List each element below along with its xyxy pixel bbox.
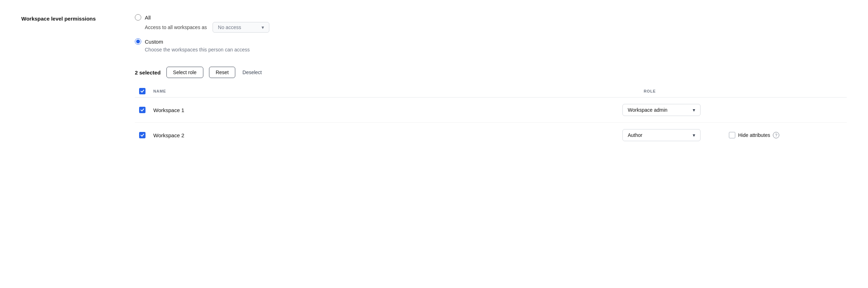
row-1-role-dropdown[interactable]: Workspace admin ▾ — [622, 104, 701, 116]
row-1-role-value: Workspace admin — [628, 107, 668, 113]
row-2-role: Author ▾ — [622, 129, 729, 141]
chevron-down-icon: ▾ — [262, 24, 264, 30]
radio-custom-input[interactable] — [135, 38, 141, 45]
workspace-table: NAME ROLE Workspace 1 Workspace admin — [135, 85, 847, 148]
access-row: Access to all workspaces as No access ▾ — [145, 22, 847, 33]
content-area: All Access to all workspaces as No acces… — [135, 14, 847, 148]
hide-attributes-container: Hide attributes ? — [729, 132, 779, 138]
deselect-button[interactable]: Deselect — [241, 67, 263, 78]
row-1-checkbox-container — [139, 107, 153, 113]
hide-attributes-checkbox[interactable] — [729, 132, 735, 138]
chevron-down-icon: ▾ — [693, 132, 695, 138]
select-role-button[interactable]: Select role — [166, 67, 203, 78]
reset-button[interactable]: Reset — [209, 67, 236, 78]
selected-count: 2 selected — [135, 70, 161, 76]
th-role: ROLE — [644, 89, 750, 93]
th-checkbox — [139, 88, 153, 94]
row-1-role: Workspace admin ▾ — [622, 104, 729, 116]
row-2-checkbox[interactable] — [139, 132, 145, 138]
row-2-checkbox-container — [139, 132, 153, 138]
section-label: Workspace level permissions — [21, 14, 135, 22]
radio-all-label: All — [145, 15, 151, 21]
table-header: NAME ROLE — [135, 85, 847, 98]
table-row: Workspace 2 Author ▾ Hide attributes ? — [135, 123, 847, 148]
radio-group: All Access to all workspaces as No acces… — [135, 14, 847, 52]
access-to-label: Access to all workspaces as — [145, 24, 207, 30]
row-1-name: Workspace 1 — [153, 107, 622, 113]
table-row: Workspace 1 Workspace admin ▾ — [135, 98, 847, 123]
toolbar: 2 selected Select role Reset Deselect — [135, 67, 847, 78]
info-icon[interactable]: ? — [773, 132, 779, 138]
radio-custom[interactable]: Custom — [135, 38, 847, 45]
th-name: NAME — [153, 89, 644, 93]
hide-attributes-label: Hide attributes — [738, 132, 770, 138]
radio-all[interactable]: All — [135, 14, 847, 21]
custom-description: Choose the workspaces this person can ac… — [145, 47, 847, 52]
chevron-down-icon: ▾ — [693, 107, 695, 113]
row-2-role-value: Author — [628, 132, 642, 138]
row-2-role-dropdown[interactable]: Author ▾ — [622, 129, 701, 141]
row-1-checkbox[interactable] — [139, 107, 145, 113]
header-checkbox[interactable] — [139, 88, 145, 94]
no-access-dropdown[interactable]: No access ▾ — [213, 22, 269, 33]
row-2-extra: Hide attributes ? — [729, 132, 842, 138]
radio-custom-label: Custom — [145, 39, 163, 45]
no-access-value: No access — [218, 24, 241, 30]
row-2-name: Workspace 2 — [153, 132, 622, 138]
radio-all-input[interactable] — [135, 14, 141, 21]
